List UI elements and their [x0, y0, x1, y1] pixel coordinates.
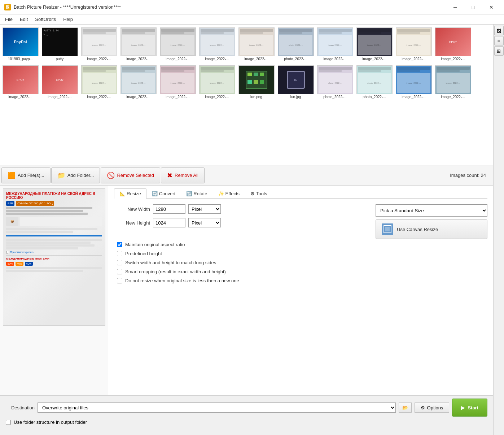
- list-item[interactable]: photo_2022-... photo_2022-...: [277, 26, 315, 62]
- rotate-tab-icon: 🔃: [186, 191, 192, 196]
- list-item[interactable]: image_2022-... image_2022-...: [80, 64, 118, 100]
- tools-tab-icon: ⚙: [250, 191, 255, 196]
- menu-softorbits[interactable]: SoftOrbits: [31, 15, 60, 23]
- add-files-label: Add File(s)...: [18, 173, 44, 178]
- new-height-input[interactable]: [153, 218, 185, 227]
- title-bar-left: 🖼 Batch Picture Resizer - ****Unregister…: [4, 4, 121, 10]
- toolbar: 🟧 Add File(s)... 📁 Add Folder... 🚫 Remov…: [0, 165, 493, 186]
- list-item[interactable]: EPU7image_2022-...: [1, 64, 39, 100]
- menu-edit[interactable]: Edit: [16, 15, 31, 23]
- start-label: Start: [468, 405, 478, 410]
- list-icon: ≡: [498, 38, 500, 44]
- thumb-label: image 2022-...: [317, 57, 353, 61]
- list-item[interactable]: image_2022-... image_2022-...: [159, 64, 197, 100]
- tab-bar: 📐 Resize 🔄 Convert 🔃 Rotate ✨ Effects: [114, 188, 487, 199]
- new-width-input[interactable]: [153, 204, 185, 214]
- sidebar-grid-button[interactable]: ⊞: [494, 46, 504, 56]
- canvas-resize-icon: [382, 223, 393, 235]
- list-item[interactable]: PayPal101983_payp...: [1, 26, 39, 62]
- resize-tab-icon: 📐: [119, 191, 125, 196]
- remove-selected-button[interactable]: 🚫 Remove Selected: [101, 168, 160, 183]
- list-item[interactable]: image_2022-... image_2022-...: [159, 26, 197, 62]
- close-button[interactable]: ✕: [483, 2, 500, 13]
- remove-all-icon: ✖: [167, 171, 172, 179]
- list-item[interactable]: EPU7image_2022-...: [41, 64, 79, 100]
- list-item[interactable]: image_2022-... image_2022-...: [395, 64, 433, 100]
- switch-wh-row: Switch width and height to match long si…: [114, 260, 487, 265]
- list-item[interactable]: image_2022-... image_2022-...: [198, 64, 236, 100]
- list-item[interactable]: photo_2022-... photo_2022-...: [316, 64, 354, 100]
- canvas-resize-button[interactable]: Use Canvas Resize: [376, 219, 487, 239]
- options-button[interactable]: ⚙ Options: [415, 403, 450, 413]
- list-item[interactable]: image_2022-... image_2022-...: [198, 26, 236, 62]
- list-item[interactable]: EPU7image_2022-...: [434, 26, 472, 62]
- add-folder-label: Add Folder...: [67, 173, 94, 178]
- controls-panel: 📐 Resize 🔄 Convert 🔃 Rotate ✨ Effects: [108, 186, 493, 395]
- thumb-label: lun.png: [238, 95, 275, 99]
- thumb-label: image_2022-...: [3, 95, 39, 99]
- list-item[interactable]: image 2022-... image 2022-...: [316, 26, 354, 62]
- list-item[interactable]: image_2022-... image_2022-...: [355, 26, 393, 62]
- height-unit-select[interactable]: Pixel Percent Inch Cm: [188, 218, 221, 227]
- folder-structure-checkbox[interactable]: [6, 420, 11, 425]
- menu-file[interactable]: File: [1, 15, 16, 23]
- width-unit-select[interactable]: Pixel Percent Inch Cm: [188, 204, 221, 214]
- thumbnails-icon: 🖼: [496, 28, 501, 34]
- predefined-height-label[interactable]: Predefined height: [125, 251, 162, 256]
- smart-crop-row: Smart cropping (result in exact width an…: [114, 269, 487, 274]
- remove-all-button[interactable]: ✖ Remove All: [161, 168, 205, 183]
- list-item[interactable]: image_2022-... image_2022-...: [119, 64, 157, 100]
- minimize-button[interactable]: ─: [447, 2, 464, 13]
- preview-title: МЕЖДУНАРОДНЫЕ ПЛАТЕЖИ НА СВОЙ АДРЕС В РО…: [6, 192, 102, 200]
- grid-icon: ⊞: [497, 48, 501, 54]
- tab-convert-label: Convert: [159, 191, 176, 196]
- add-folder-button[interactable]: 📁 Add Folder...: [51, 168, 100, 183]
- list-item[interactable]: lun.png: [237, 64, 275, 100]
- maintain-aspect-checkbox[interactable]: [117, 242, 122, 247]
- list-item[interactable]: image_2022-... image_2022-...: [119, 26, 157, 62]
- maintain-aspect-label[interactable]: Maintain original aspect ratio: [125, 242, 185, 247]
- list-item[interactable]: image_2022-... image_2022-...: [80, 26, 118, 62]
- standard-size-select[interactable]: Pick a Standard Size 640x480 800x600 102…: [376, 204, 487, 217]
- thumb-label: image_2022-...: [81, 95, 117, 99]
- image-gallery[interactable]: PayPal101983_payp... PuTTY 0.74> _putty …: [0, 25, 493, 165]
- add-folder-icon: 📁: [57, 171, 65, 179]
- predefined-height-checkbox[interactable]: [117, 251, 122, 256]
- switch-wh-checkbox[interactable]: [117, 260, 122, 265]
- tab-tools[interactable]: ⚙ Tools: [245, 188, 272, 199]
- destination-row: Destination Overwrite original files Sav…: [6, 399, 487, 417]
- thumb-label: 101983_payp...: [3, 57, 39, 61]
- add-files-button[interactable]: 🟧 Add File(s)...: [1, 168, 51, 183]
- maintain-aspect-row: Maintain original aspect ratio: [114, 242, 487, 247]
- list-item[interactable]: image_2022-... image_2022-...: [237, 26, 275, 62]
- destination-select[interactable]: Overwrite original files Save to folder …: [38, 403, 396, 413]
- folder-structure-row: Use folder structure in output folder: [6, 419, 487, 425]
- switch-wh-label[interactable]: Switch width and height to match long si…: [125, 260, 216, 265]
- menu-help[interactable]: Help: [60, 15, 76, 23]
- list-item[interactable]: photo_2022-... photo_2022-...: [355, 64, 393, 100]
- sidebar-thumbnails-button[interactable]: 🖼: [494, 26, 504, 35]
- list-item[interactable]: IC lun.jpg: [277, 64, 315, 100]
- dimensions-row: New Width Pixel Percent Inch Cm: [114, 204, 487, 239]
- tab-rotate-label: Rotate: [193, 191, 207, 196]
- maximize-button[interactable]: □: [465, 2, 482, 13]
- list-item[interactable]: PuTTY 0.74> _putty: [41, 26, 79, 62]
- new-width-label: New Width: [114, 206, 150, 212]
- no-upscale-label[interactable]: Do not resize when original size is less…: [125, 278, 239, 283]
- bottom-panel: МЕЖДУНАРОДНЫЕ ПЛАТЕЖИ НА СВОЙ АДРЕС В РО…: [0, 186, 493, 395]
- no-upscale-checkbox[interactable]: [117, 278, 122, 283]
- smart-crop-label[interactable]: Smart cropping (result in exact width an…: [125, 269, 226, 274]
- tab-rotate[interactable]: 🔃 Rotate: [181, 188, 212, 199]
- start-button[interactable]: ▶ Start: [452, 399, 487, 417]
- list-item[interactable]: image_2022-... image_2022-...: [395, 26, 433, 62]
- tab-effects[interactable]: ✨ Effects: [213, 188, 245, 199]
- sidebar-list-button[interactable]: ≡: [494, 36, 504, 45]
- tab-convert[interactable]: 🔄 Convert: [146, 188, 181, 199]
- folder-structure-label[interactable]: Use folder structure in output folder: [14, 419, 87, 425]
- thumb-label: image_2022-...: [81, 57, 117, 61]
- right-controls: Pick a Standard Size 640x480 800x600 102…: [372, 204, 487, 239]
- smart-crop-checkbox[interactable]: [117, 269, 122, 274]
- destination-folder-button[interactable]: 📂: [399, 403, 412, 413]
- list-item[interactable]: image_2022-... image_2022-...: [434, 64, 472, 100]
- tab-resize[interactable]: 📐 Resize: [114, 188, 146, 199]
